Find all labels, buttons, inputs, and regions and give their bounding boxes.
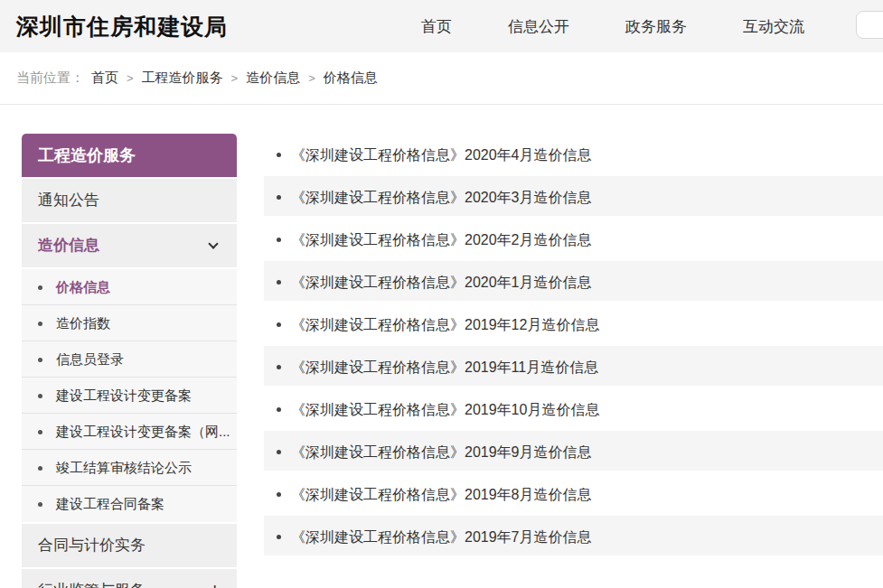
- nav-item-info-disclosure[interactable]: 信息公开: [508, 16, 569, 37]
- list-item: 《深圳建设工程价格信息》2020年4月造价信息: [264, 134, 883, 176]
- bullet-icon: [277, 280, 281, 285]
- breadcrumb: 当前位置： 首页 > 工程造价服务 > 造价信息 > 价格信息: [0, 52, 883, 105]
- article-link[interactable]: 《深圳建设工程价格信息》2020年1月造价信息: [291, 275, 592, 290]
- list-item: 《深圳建设工程价格信息》2019年9月造价信息: [264, 431, 883, 473]
- sidebar-subitem-completion-settlement-review[interactable]: 竣工结算审核结论公示: [22, 450, 237, 486]
- chevron-down-icon: [208, 238, 218, 248]
- sidebar-subitem-label: 信息员登录: [56, 351, 124, 367]
- sidebar-subitem-label: 建设工程设计变更备案: [56, 387, 192, 403]
- sidebar-item-label: 通知公告: [38, 191, 99, 209]
- breadcrumb-link-home[interactable]: 首页: [91, 70, 118, 87]
- sidebar-item-industry-supervision[interactable]: 行业监管与服务 +: [22, 569, 237, 588]
- site-header: 深圳市住房和建设局 首页 信息公开 政务服务 互动交流: [0, 0, 883, 52]
- article-link[interactable]: 《深圳建设工程价格信息》2019年7月造价信息: [291, 529, 592, 545]
- nav-item-interaction[interactable]: 互动交流: [743, 16, 804, 37]
- list-item: 《深圳建设工程价格信息》2019年10月造价信息: [264, 388, 883, 431]
- list-item: 《深圳建设工程价格信息》2020年3月造价信息: [264, 176, 883, 219]
- list-item: 《深圳建设工程价格信息》2020年1月造价信息: [264, 261, 883, 303]
- article-link[interactable]: 《深圳建设工程价格信息》2020年3月造价信息: [291, 190, 592, 205]
- breadcrumb-separator: >: [127, 71, 134, 85]
- sidebar-item-contract-pricing-practice[interactable]: 合同与计价实务: [22, 524, 237, 567]
- list-item: 《深圳建设工程价格信息》2019年11月造价信息: [264, 346, 883, 388]
- sidebar-subitem-price-info[interactable]: 价格信息: [22, 269, 237, 305]
- bullet-icon: [38, 466, 42, 471]
- breadcrumb-prefix: 当前位置：: [16, 70, 84, 87]
- sidebar-subitem-label: 建设工程合同备案: [56, 496, 164, 511]
- sidebar-submenu-cost-info: 价格信息 造价指数 信息员登录 建设工程设计变更备案 建设工程设计变更备案（网.…: [22, 269, 237, 522]
- article-link[interactable]: 《深圳建设工程价格信息》2019年12月造价信息: [291, 317, 599, 332]
- sidebar-subitem-label: 造价指数: [56, 315, 110, 331]
- list-item: 《深圳建设工程价格信息》2019年8月造价信息: [264, 473, 883, 516]
- bullet-icon: [38, 285, 42, 290]
- breadcrumb-separator: >: [231, 71, 239, 85]
- sidebar-item-label: 造价信息: [38, 237, 99, 254]
- sidebar-subitem-label: 价格信息: [56, 279, 110, 294]
- article-link[interactable]: 《深圳建设工程价格信息》2019年8月造价信息: [291, 487, 592, 502]
- plus-icon: +: [209, 569, 221, 588]
- bullet-icon: [277, 153, 281, 157]
- main-nav: 首页 信息公开 政务服务 互动交流: [421, 0, 804, 52]
- bullet-icon: [277, 322, 281, 327]
- sidebar-item-cost-info[interactable]: 造价信息: [22, 224, 237, 267]
- nav-item-home[interactable]: 首页: [421, 16, 452, 37]
- bullet-icon: [38, 358, 42, 362]
- sidebar-subitem-contract-record[interactable]: 建设工程合同备案: [22, 486, 237, 522]
- article-link[interactable]: 《深圳建设工程价格信息》2019年10月造价信息: [291, 402, 599, 417]
- bullet-icon: [277, 407, 281, 412]
- bullet-icon: [277, 195, 281, 200]
- sidebar-item-notices[interactable]: 通知公告: [22, 179, 237, 222]
- article-link[interactable]: 《深圳建设工程价格信息》2020年2月造价信息: [291, 232, 592, 247]
- bullet-icon: [277, 535, 281, 539]
- sidebar-subitem-reporter-login[interactable]: 信息员登录: [22, 341, 237, 378]
- sidebar-subitem-design-change-record[interactable]: 建设工程设计变更备案: [22, 378, 237, 414]
- article-list: 《深圳建设工程价格信息》2020年4月造价信息 《深圳建设工程价格信息》2020…: [264, 134, 883, 558]
- site-title: 深圳市住房和建设局: [16, 12, 228, 42]
- breadcrumb-link-cost-info[interactable]: 造价信息: [246, 70, 300, 87]
- sidebar-subitem-design-change-record-online[interactable]: 建设工程设计变更备案（网...: [22, 414, 237, 450]
- bullet-icon: [38, 502, 42, 507]
- sidebar-item-label: 行业监管与服务: [38, 582, 146, 588]
- sidebar-subitem-label: 建设工程设计变更备案（网...: [56, 424, 230, 439]
- nav-item-gov-services[interactable]: 政务服务: [625, 16, 687, 37]
- sidebar: 工程造价服务 通知公告 造价信息 价格信息 造价指数 信息员登录 建设工: [22, 134, 237, 588]
- content-layout: 工程造价服务 通知公告 造价信息 价格信息 造价指数 信息员登录 建设工: [0, 134, 883, 588]
- bullet-icon: [38, 394, 42, 398]
- sidebar-item-label: 合同与计价实务: [38, 537, 146, 554]
- bullet-icon: [38, 430, 42, 434]
- article-link[interactable]: 《深圳建设工程价格信息》2019年11月造价信息: [291, 359, 598, 375]
- list-item: 《深圳建设工程价格信息》2020年2月造价信息: [264, 219, 883, 261]
- breadcrumb-separator: >: [308, 71, 315, 85]
- bullet-icon: [277, 365, 281, 369]
- article-link[interactable]: 《深圳建设工程价格信息》2019年9月造价信息: [291, 444, 592, 460]
- bullet-icon: [277, 238, 281, 242]
- breadcrumb-link-cost-service[interactable]: 工程造价服务: [142, 70, 223, 87]
- bullet-icon: [277, 492, 281, 497]
- sidebar-subitem-label: 竣工结算审核结论公示: [56, 460, 192, 475]
- sidebar-title: 工程造价服务: [22, 134, 237, 177]
- list-item: 《深圳建设工程价格信息》2019年7月造价信息: [264, 516, 883, 558]
- breadcrumb-current: 价格信息: [324, 70, 378, 87]
- article-link[interactable]: 《深圳建设工程价格信息》2020年4月造价信息: [291, 147, 592, 163]
- sidebar-subitem-cost-index[interactable]: 造价指数: [22, 305, 237, 341]
- bullet-icon: [38, 322, 42, 326]
- search-box[interactable]: [856, 11, 883, 39]
- list-item: 《深圳建设工程价格信息》2019年12月造价信息: [264, 303, 883, 346]
- bullet-icon: [277, 450, 281, 454]
